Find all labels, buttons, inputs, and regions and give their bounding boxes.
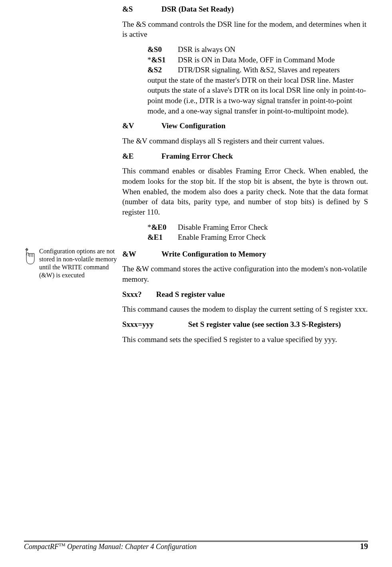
option-continuation: output the state of the master's DTR on … bbox=[147, 75, 368, 116]
cmd-label: &E bbox=[122, 151, 161, 161]
trademark-superscript: TM bbox=[59, 542, 66, 547]
option-row: *&S1 DSR is ON in Data Mode, OFF in Comm… bbox=[147, 55, 368, 65]
intro-amp-w: The &W command stores the active configu… bbox=[122, 264, 368, 284]
options-amp-s: &S0 DSR is always ON *&S1 DSR is ON in D… bbox=[147, 44, 368, 116]
margin-note: Configuration options are not stored in … bbox=[24, 247, 122, 279]
heading-amp-e: &E Framing Error Check bbox=[122, 151, 368, 161]
option-desc: DSR is always ON bbox=[178, 44, 368, 55]
cmd-title: Framing Error Check bbox=[161, 151, 233, 161]
heading-sxxx-q: Sxxx? Read S register value bbox=[122, 289, 368, 300]
cmd-title: DSR (Data Set Ready) bbox=[161, 4, 234, 14]
option-row: &S2 DTR/DSR signaling. With &S2, Slaves … bbox=[147, 65, 368, 75]
cmd-title: Set S register value (see section 3.3 S-… bbox=[188, 320, 341, 328]
cmd-title: Read S register value bbox=[156, 290, 225, 298]
cmd-label: &V bbox=[122, 121, 161, 131]
cmd-label: &S bbox=[122, 4, 161, 14]
section-amp-w: Configuration options are not stored in … bbox=[24, 247, 368, 349]
option-label: &S2 bbox=[147, 65, 178, 75]
margin-note-text: Configuration options are not stored in … bbox=[39, 247, 119, 279]
intro-sxxx-y: This command sets the specified S regist… bbox=[122, 334, 368, 345]
intro-sxxx-q: This command causes the modem to display… bbox=[122, 304, 368, 314]
option-row: &E1 Enable Framing Error Check bbox=[147, 232, 368, 243]
option-label: *&S1 bbox=[147, 55, 178, 65]
page-number: 19 bbox=[360, 541, 368, 552]
cmd-label: &W bbox=[122, 249, 161, 259]
options-amp-e: *&E0 Disable Framing Error Check &E1 Ena… bbox=[147, 222, 368, 243]
cmd-title: Write Configuration to Memory bbox=[161, 249, 266, 259]
intro-amp-s: The &S command controls the DSR line for… bbox=[122, 19, 368, 40]
option-label: &E1 bbox=[147, 232, 178, 243]
cmd-label: Sxxx=yyy bbox=[122, 319, 186, 330]
cmd-label: Sxxx? bbox=[122, 289, 154, 300]
section-amp-s: &S DSR (Data Set Ready) The &S command c… bbox=[24, 0, 368, 247]
option-desc: DSR is ON in Data Mode, OFF in Command M… bbox=[178, 55, 368, 65]
main-col: &S DSR (Data Set Ready) The &S command c… bbox=[122, 2, 368, 247]
footer-left: CompactRFTM Operating Manual: Chapter 4 … bbox=[24, 542, 197, 551]
heading-amp-w: &W Write Configuration to Memory bbox=[122, 249, 368, 259]
option-row: &S0 DSR is always ON bbox=[147, 44, 368, 55]
heading-amp-s: &S DSR (Data Set Ready) bbox=[122, 4, 368, 14]
footer-rest: Operating Manual: Chapter 4 Configuratio… bbox=[66, 543, 197, 551]
page-footer: CompactRFTM Operating Manual: Chapter 4 … bbox=[24, 541, 368, 552]
option-desc: Enable Framing Error Check bbox=[178, 232, 368, 243]
option-desc: DTR/DSR signaling. With &S2, Slaves and … bbox=[178, 65, 368, 75]
page: &S DSR (Data Set Ready) The &S command c… bbox=[0, 0, 392, 567]
cmd-title: View Configuration bbox=[161, 121, 225, 131]
footer-product: CompactRF bbox=[24, 543, 59, 551]
option-desc: Disable Framing Error Check bbox=[178, 222, 368, 233]
note-hand-icon bbox=[24, 247, 37, 269]
option-label: *&E0 bbox=[147, 222, 178, 233]
option-label: &S0 bbox=[147, 44, 178, 55]
intro-amp-v: The &V command displays all S registers … bbox=[122, 136, 368, 146]
heading-amp-v: &V View Configuration bbox=[122, 121, 368, 131]
main-col: &W Write Configuration to Memory The &W … bbox=[122, 247, 368, 349]
heading-sxxx-y: Sxxx=yyy Set S register value (see secti… bbox=[122, 319, 368, 330]
intro-amp-e: This command enables or disables Framing… bbox=[122, 166, 368, 217]
option-row: *&E0 Disable Framing Error Check bbox=[147, 222, 368, 233]
margin-col: Configuration options are not stored in … bbox=[24, 247, 122, 279]
